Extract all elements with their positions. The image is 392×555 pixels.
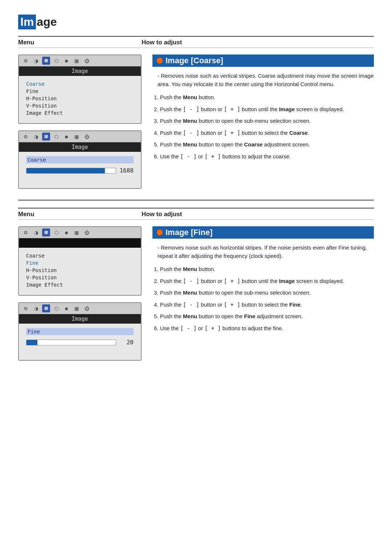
- menu-item[interactable]: Coarse: [26, 252, 134, 259]
- menu-item[interactable]: Fine: [26, 259, 134, 267]
- monitor-icon-grid: ▦: [73, 57, 81, 65]
- monitor-icon-gear: ⚙: [22, 228, 30, 236]
- monitor-value-body: Coarse 1688: [19, 152, 141, 188]
- menu-item[interactable]: H-Position: [26, 267, 134, 274]
- description: - Removes noise such as vertical stripes…: [152, 72, 374, 88]
- section-body-fine: ⚙◑⊠⬡☻▦⏻ CoarseFineH-PositionV-PositionIm…: [18, 226, 374, 361]
- monitor-icon-paint: ⬡: [52, 57, 60, 65]
- value-row: 1688: [26, 167, 134, 174]
- monitor-icons-bar: ⚙◑⊠⬡☻▦⏻: [19, 227, 141, 238]
- monitor-menu-box: ⚙◑⊠⬡☻▦⏻ CoarseFineH-PositionV-PositionIm…: [18, 226, 142, 296]
- monitor-icon-power: ⏻: [83, 228, 91, 236]
- step-5: 5. Push the Menu button to open the Fine…: [152, 312, 374, 321]
- monitor-icon-paint: ⬡: [52, 304, 60, 312]
- monitor-icon-image: ⊠: [42, 133, 50, 141]
- menu-item[interactable]: Fine: [26, 88, 134, 95]
- monitor-title: Image: [19, 314, 141, 324]
- monitor-icons-bar: ⚙◑⊠⬡☻▦⏻: [19, 55, 141, 66]
- selected-item: Fine: [26, 328, 134, 335]
- step-2: 2. Push the [ - ] button or [ + ] button…: [152, 277, 374, 285]
- monitor-value-box: ⚙◑⊠⬡☻▦⏻ Image Coarse 1688: [18, 130, 142, 189]
- step-3: 3. Push the Menu button to open the sub-…: [152, 117, 374, 125]
- menu-item[interactable]: H-Position: [26, 95, 134, 102]
- monitor-title-black: [19, 238, 141, 248]
- adjust-col-coarse: Image [Coarse]- Removes noise such as ve…: [152, 54, 374, 189]
- menu-col-fine: ⚙◑⊠⬡☻▦⏻ CoarseFineH-PositionV-PositionIm…: [18, 226, 142, 361]
- selected-item: Coarse: [26, 156, 134, 163]
- title-dot: [157, 58, 163, 64]
- value-number: 1688: [119, 167, 134, 174]
- menu-col-coarse: ⚙◑⊠⬡☻▦⏻ Image CoarseFineH-PositionV-Posi…: [18, 54, 142, 189]
- monitor-icon-face: ☻: [62, 57, 70, 65]
- header-menu-label: Menu: [18, 39, 142, 46]
- header-adjust-label: How to adjust: [142, 211, 182, 218]
- monitor-value-box: ⚙◑⊠⬡☻▦⏻ Image Fine 20: [18, 302, 142, 361]
- monitor-icon-image: ⊠: [42, 57, 50, 65]
- monitor-icon-grid: ▦: [73, 133, 81, 141]
- step-6: 6. Use the [ - ] or [ + ] buttons to adj…: [152, 153, 374, 161]
- monitor-body: CoarseFineH-PositionV-PositionImage Effe…: [19, 248, 141, 295]
- title-dot: [157, 230, 163, 235]
- monitor-icon-power: ⏻: [83, 57, 91, 65]
- monitor-icon-power: ⏻: [83, 133, 91, 141]
- monitor-icon-paint: ⬡: [52, 133, 60, 141]
- monitor-body: CoarseFineH-PositionV-PositionImage Effe…: [19, 76, 141, 123]
- step-1: 1. Push the Menu button.: [152, 93, 374, 102]
- progress-bar-fill: [26, 340, 37, 345]
- monitor-title: Image: [19, 66, 141, 76]
- title-text: Image [Coarse]: [166, 56, 223, 65]
- monitor-icon-face: ☻: [62, 228, 70, 236]
- step-1: 1. Push the Menu button.: [152, 265, 374, 274]
- step-2: 2. Push the [ - ] button or [ + ] button…: [152, 105, 374, 114]
- monitor-icon-image: ⊠: [42, 304, 50, 312]
- monitor-icon-gear: ⚙: [22, 57, 30, 65]
- title-highlight: Im: [18, 15, 36, 29]
- menu-item[interactable]: V-Position: [26, 102, 134, 109]
- menu-item[interactable]: Image Effect: [26, 281, 134, 288]
- step-6: 6. Use the [ - ] or [ + ] buttons to adj…: [152, 324, 374, 333]
- progress-bar-bg: [26, 340, 116, 345]
- monitor-icon-image: ⊠: [42, 228, 50, 236]
- progress-bar-bg: [26, 168, 116, 174]
- section-header-fine: Menu How to adjust: [18, 208, 374, 220]
- monitor-menu-box: ⚙◑⊠⬡☻▦⏻ Image CoarseFineH-PositionV-Posi…: [18, 54, 142, 124]
- description: - Removes noise such as horizontal strip…: [152, 244, 374, 260]
- monitor-icon-grid: ▦: [73, 304, 81, 312]
- header-adjust-label: How to adjust: [142, 39, 182, 46]
- monitor-icons-bar: ⚙◑⊠⬡☻▦⏻: [19, 303, 141, 314]
- header-menu-label: Menu: [18, 211, 142, 218]
- monitor-icon-brightness: ◑: [32, 57, 40, 65]
- step-5: 5. Push the Menu button to open the Coar…: [152, 141, 374, 149]
- page-title: Image: [18, 15, 374, 29]
- section-header-coarse: Menu How to adjust: [18, 36, 374, 48]
- step-4: 4. Push the [ - ] button or [ + ] button…: [152, 301, 374, 309]
- step-4: 4. Push the [ - ] button or [ + ] button…: [152, 129, 374, 137]
- value-row: 20: [26, 339, 134, 346]
- monitor-icon-gear: ⚙: [22, 133, 30, 141]
- section-title: Image [Fine]: [152, 226, 374, 239]
- monitor-icon-brightness: ◑: [32, 228, 40, 236]
- monitor-icon-brightness: ◑: [32, 304, 40, 312]
- section-body-coarse: ⚙◑⊠⬡☻▦⏻ Image CoarseFineH-PositionV-Posi…: [18, 54, 374, 189]
- adjust-col-fine: Image [Fine]- Removes noise such as hori…: [152, 226, 374, 361]
- monitor-icon-brightness: ◑: [32, 133, 40, 141]
- step-3: 3. Push the Menu button to open the sub-…: [152, 289, 374, 297]
- monitor-value-body: Fine 20: [19, 324, 141, 360]
- monitor-icon-face: ☻: [62, 304, 70, 312]
- monitor-icon-gear: ⚙: [22, 304, 30, 312]
- monitor-icons-bar: ⚙◑⊠⬡☻▦⏻: [19, 131, 141, 142]
- menu-item[interactable]: Coarse: [26, 80, 134, 88]
- title-text: Image [Fine]: [166, 228, 213, 237]
- menu-item[interactable]: V-Position: [26, 274, 134, 281]
- section-title: Image [Coarse]: [152, 54, 374, 67]
- monitor-icon-face: ☻: [62, 133, 70, 141]
- progress-bar-fill: [26, 168, 105, 173]
- monitor-icon-grid: ▦: [73, 228, 81, 236]
- monitor-icon-power: ⏻: [83, 304, 91, 312]
- monitor-icon-paint: ⬡: [52, 228, 60, 236]
- value-number: 20: [119, 339, 134, 346]
- menu-item[interactable]: Image Effect: [26, 109, 134, 117]
- monitor-title: Image: [19, 142, 141, 152]
